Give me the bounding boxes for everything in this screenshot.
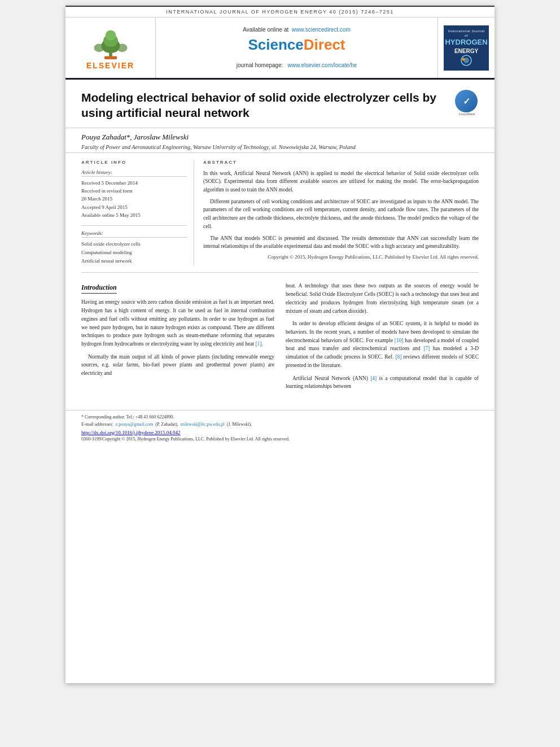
intro-para1: Having an energy source with zero carbon… bbox=[81, 298, 274, 348]
doi-link[interactable]: http://dx.doi.org/10.1016/j.ijhydene.201… bbox=[81, 430, 181, 435]
authors: Pouya Zahadat*, Jaroslaw Milewski bbox=[81, 133, 479, 142]
keyword-3: Artificial neural network bbox=[81, 257, 187, 265]
abstract-text: In this work, Artificial Neural Network … bbox=[203, 169, 479, 251]
revised-date: 20 March 2015 bbox=[81, 195, 187, 203]
email2-address: milewski@itc.pw.edu.pl bbox=[181, 422, 225, 427]
abstract-copyright: Copyright © 2015, Hydrogen Energy Public… bbox=[203, 254, 479, 260]
main-content: Introduction Having an energy source wit… bbox=[65, 273, 495, 404]
page: INTERNATIONAL JOURNAL OF HYDROGEN ENERGY… bbox=[65, 6, 495, 683]
intro-para2: Normally the main output of all kinds of… bbox=[81, 353, 274, 378]
abstract-label: ABSTRACT bbox=[203, 160, 479, 165]
sciencedirect-url[interactable]: www.sciencedirect.com bbox=[292, 27, 351, 33]
ref-10-link[interactable]: [10] bbox=[395, 338, 404, 343]
abstract-para1: In this work, Artificial Neural Network … bbox=[203, 169, 479, 194]
received-date: Received 5 December 2014 bbox=[81, 179, 187, 187]
email1-link[interactable]: z.pouya@gmail.com bbox=[116, 422, 153, 427]
science-word: Science bbox=[248, 36, 304, 53]
keywords-divider: Keywords: Solid oxide electrolyzer cells… bbox=[81, 225, 187, 266]
doi-line[interactable]: http://dx.doi.org/10.1016/j.ijhydene.201… bbox=[81, 430, 479, 435]
article-title: Modeling electrical behavior of solid ox… bbox=[81, 90, 479, 121]
sciencedirect-logo: ScienceDirect bbox=[248, 36, 345, 54]
keywords-title: Keywords: bbox=[81, 230, 187, 238]
available-label: Available online at bbox=[243, 27, 288, 33]
right-body: heat. A technology that uses these two o… bbox=[286, 282, 479, 391]
right-para2: In order to develop efficient designs of… bbox=[286, 320, 479, 369]
homepage-url[interactable]: www.elsevier.com/locate/he bbox=[288, 62, 357, 68]
elsevier-label: ELSEVIER bbox=[86, 61, 134, 70]
journal-energy: ENERGY bbox=[454, 47, 478, 55]
homepage-label: journal homepage: bbox=[237, 62, 283, 68]
elsevier-logo: ELSEVIER bbox=[86, 26, 134, 70]
available-text: Available online at www.sciencedirect.co… bbox=[243, 27, 350, 33]
footer: * Corresponding author. Tel.: +48 43 660… bbox=[65, 410, 495, 445]
journal-hydrogen: HYDROGEN bbox=[445, 38, 487, 47]
elsevier-tree-icon bbox=[88, 26, 133, 60]
header: ELSEVIER Available online at www.science… bbox=[65, 18, 495, 80]
crossmark-badge[interactable]: ✓ CrossMark bbox=[455, 90, 479, 113]
revised-label: Received in revised form bbox=[81, 187, 187, 195]
journal-logo-graphic bbox=[458, 55, 475, 66]
authors-section: Pouya Zahadat*, Jaroslaw Milewski Facult… bbox=[65, 128, 495, 152]
article-info: ARTICLE INFO Article history: Received 5… bbox=[81, 160, 194, 266]
keyword-2: Computational modeling bbox=[81, 248, 187, 257]
corresponding-text: * Corresponding author. Tel.: +48 43 660… bbox=[81, 414, 174, 420]
affiliation: Faculty of Power and Aeronautical Engine… bbox=[81, 144, 479, 150]
introduction-body: Having an energy source with zero carbon… bbox=[81, 298, 274, 377]
email1-name: (P. Zahadat), bbox=[155, 422, 178, 427]
email-label: E-mail addresses: bbox=[81, 422, 113, 427]
left-column: Introduction Having an energy source wit… bbox=[81, 282, 274, 395]
available-date: Available online 5 May 2015 bbox=[81, 211, 187, 219]
right-column: heat. A technology that uses these two o… bbox=[286, 282, 479, 395]
abstract-para3: The ANN that models SOEC is presented an… bbox=[203, 234, 479, 251]
journal-logo: International Journal of HYDROGEN ENERGY bbox=[444, 25, 489, 71]
journal-bar: INTERNATIONAL JOURNAL OF HYDROGEN ENERGY… bbox=[65, 6, 495, 18]
homepage-line: journal homepage: www.elsevier.com/locat… bbox=[237, 59, 357, 69]
ref-7-link[interactable]: [7] bbox=[423, 346, 430, 351]
svg-point-5 bbox=[117, 43, 127, 52]
svg-point-4 bbox=[94, 43, 104, 52]
journal-intl: International Journal of bbox=[447, 29, 485, 38]
abstract-section: ABSTRACT In this work, Artificial Neural… bbox=[203, 160, 479, 266]
accepted-date: Accepted 9 April 2015 bbox=[81, 203, 187, 211]
svg-rect-6 bbox=[104, 56, 116, 59]
ref-8-link[interactable]: [8] bbox=[395, 354, 401, 360]
sciencedirect-area: Available online at www.sciencedirect.co… bbox=[156, 18, 438, 78]
content-section: ARTICLE INFO Article history: Received 5… bbox=[65, 152, 495, 273]
svg-point-3 bbox=[105, 30, 115, 40]
elsevier-logo-area: ELSEVIER bbox=[65, 18, 156, 78]
introduction-title: Introduction bbox=[81, 283, 117, 294]
article-info-label: ARTICLE INFO bbox=[81, 160, 187, 165]
copyright-footer: 0360-3199/Copyright © 2015, Hydrogen Ene… bbox=[81, 436, 479, 442]
journal-bar-text: INTERNATIONAL JOURNAL OF HYDROGEN ENERGY… bbox=[166, 9, 394, 15]
crossmark-icon: ✓ bbox=[455, 90, 478, 112]
email2-name: (J. Milewski). bbox=[227, 422, 252, 427]
svg-point-9 bbox=[462, 58, 465, 61]
right-para3: Artificial Neural Network (ANN) [4] is a… bbox=[286, 374, 479, 391]
keyword-1: Solid oxide electrolyzer cells bbox=[81, 240, 187, 248]
email1-address: z.pouya@gmail.com bbox=[116, 422, 153, 427]
journal-logo-area: International Journal of HYDROGEN ENERGY bbox=[438, 18, 495, 78]
email-line: E-mail addresses: z.pouya@gmail.com (P. … bbox=[81, 421, 479, 429]
crossmark-label: CrossMark bbox=[455, 112, 479, 116]
ref-4-link[interactable]: [4] bbox=[370, 375, 377, 381]
article-history: Article history: Received 5 December 201… bbox=[81, 169, 187, 220]
email2-link[interactable]: milewski@itc.pw.edu.pl bbox=[181, 422, 225, 427]
history-title: Article history: bbox=[81, 169, 187, 177]
corresponding-note: * Corresponding author. Tel.: +48 43 660… bbox=[81, 414, 479, 421]
title-section: Modeling electrical behavior of solid ox… bbox=[65, 80, 495, 128]
right-para1: heat. A technology that uses these two o… bbox=[286, 282, 479, 315]
ref-1-link[interactable]: [1] bbox=[255, 341, 261, 347]
direct-word: Direct bbox=[304, 36, 345, 53]
abstract-para2: Different parameters of cell working con… bbox=[203, 198, 479, 231]
